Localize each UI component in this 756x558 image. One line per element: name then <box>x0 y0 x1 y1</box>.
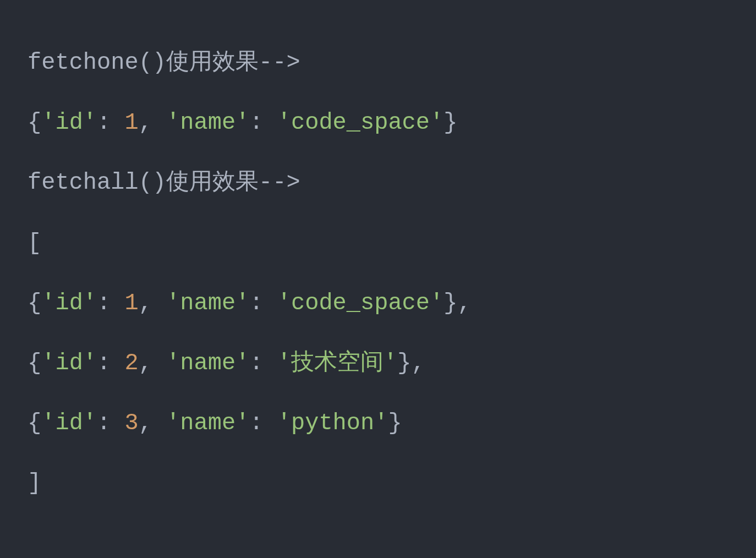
dict-key-id: 'id' <box>41 350 97 376</box>
comma: , <box>139 110 166 136</box>
dict-value-id: 1 <box>124 290 138 316</box>
brace-open: { <box>28 110 41 136</box>
colon: : <box>249 410 277 436</box>
output-label-fetchall: fetchall()使用效果--> <box>28 169 300 196</box>
bracket-open: [ <box>28 230 41 256</box>
comma: , <box>139 290 166 316</box>
colon: : <box>97 110 124 136</box>
code-line-6: {'id': 2, 'name': '技术空间'}, <box>28 333 728 393</box>
colon: : <box>97 290 124 316</box>
brace-open: { <box>28 290 41 316</box>
code-line-2: {'id': 1, 'name': 'code_space'} <box>28 93 728 153</box>
code-line-8: ] <box>28 453 728 513</box>
colon: : <box>249 110 277 136</box>
code-line-5: {'id': 1, 'name': 'code_space'}, <box>28 273 728 333</box>
dict-key-id: 'id' <box>41 110 97 136</box>
dict-key-name: 'name' <box>166 410 249 436</box>
dict-value-name: 'python' <box>277 410 388 436</box>
code-line-7: {'id': 3, 'name': 'python'} <box>28 393 728 453</box>
brace-close: }, <box>443 290 471 316</box>
dict-value-name: 'code_space' <box>277 290 443 316</box>
dict-key-name: 'name' <box>166 110 249 136</box>
colon: : <box>249 290 277 316</box>
comma: , <box>139 410 166 436</box>
dict-value-id: 1 <box>124 110 138 136</box>
code-line-3: fetchall()使用效果--> <box>28 153 728 213</box>
colon: : <box>97 410 124 436</box>
brace-open: { <box>28 410 41 436</box>
dict-value-name: '技术空间' <box>277 350 397 376</box>
brace-close: }, <box>397 350 425 376</box>
dict-value-name: 'code_space' <box>277 110 443 136</box>
code-line-4: [ <box>28 214 728 273</box>
comma: , <box>139 350 166 376</box>
dict-value-id: 2 <box>124 350 138 376</box>
bracket-close: ] <box>28 470 41 496</box>
dict-key-name: 'name' <box>166 350 249 376</box>
dict-value-id: 3 <box>124 410 138 436</box>
brace-close: } <box>443 110 457 136</box>
brace-open: { <box>28 350 41 376</box>
colon: : <box>249 350 277 376</box>
dict-key-name: 'name' <box>166 290 249 316</box>
colon: : <box>97 350 124 376</box>
dict-key-id: 'id' <box>41 290 97 316</box>
brace-close: } <box>388 410 402 436</box>
code-line-1: fetchone()使用效果--> <box>28 33 728 93</box>
output-label-fetchone: fetchone()使用效果--> <box>28 50 300 76</box>
dict-key-id: 'id' <box>41 410 97 436</box>
